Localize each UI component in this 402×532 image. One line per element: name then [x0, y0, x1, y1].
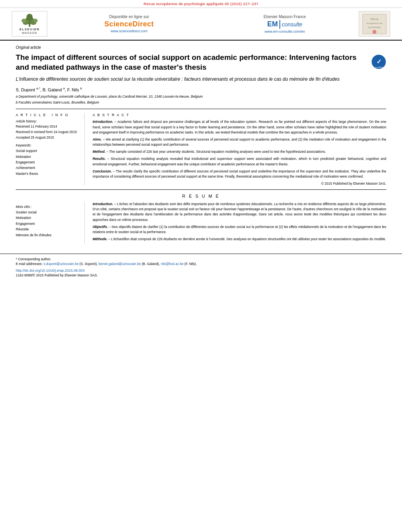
resume-method-text: – L'échantillon était composé de 226 étu…: [108, 237, 386, 241]
resume-two-col: Mots clés : Soutien social Motivation En…: [16, 202, 386, 244]
email-dupont-name: (S. Dupont): [80, 262, 97, 266]
page: Revue européenne de psychologie appliqué…: [0, 0, 402, 532]
resume-text-column: Introduction. – L'échec et l'abandon des…: [93, 202, 386, 244]
article-info-abstract-section: A R T I C L E I N F O Article history: R…: [16, 113, 386, 185]
article-title-row: The impact of different sources of socia…: [16, 53, 386, 76]
disponible-label: Disponible en ligne sur: [55, 15, 203, 19]
footer-section: * Corresponding author. E-mail addresses…: [0, 254, 402, 281]
abstract-conclusion: Conclusion. – The results clarify the sp…: [93, 169, 386, 179]
corresponding-author-note: * Corresponding author.: [16, 257, 386, 261]
article-title-en: The impact of different sources of socia…: [16, 53, 367, 72]
journal-title: Revue européenne de psychologie appliqué…: [0, 2, 402, 6]
svg-text:CrossMark: CrossMark: [374, 66, 384, 69]
abstract-method: Method. – The sample consisted of 226 la…: [93, 149, 386, 154]
abstract-copyright: © 2015 Published by Elsevier Masson SAS.: [93, 182, 386, 185]
resume-intro-label: Introduction.: [93, 202, 113, 206]
elsevier-masson-logo: ELSEVIER MASSON: [12, 11, 47, 37]
mots-cle-5: Mémoire de fin d'études: [16, 232, 80, 238]
email-label: E-mail addresses:: [16, 262, 43, 266]
sciencedirect-url[interactable]: www.sciencedirect.com: [55, 29, 203, 33]
abstract-results-text: – Structural equation modeling analysis …: [93, 157, 386, 166]
abstract-conclusion-text: – The results clarify the specific contr…: [93, 169, 386, 178]
resume-aims-text: – Nos objectifs étaient de clarifier (1)…: [93, 225, 386, 234]
em-consulte-brand: EM consulte: [211, 20, 359, 29]
abstract-aims: Aims. – We aimed at clarifying (1) the s…: [93, 137, 386, 147]
abstract-intro-text: – Academic failure and dropout are perva…: [93, 120, 386, 134]
elsevier-label: ELSEVIER: [19, 28, 40, 31]
keyword-5: Master's thesis: [16, 171, 80, 176]
resume-aims: Objectifs. – Nos objectifs étaient de cl…: [93, 224, 386, 235]
doi-link[interactable]: http://dx.doi.org/10.1016/j.erap.2015.08…: [16, 269, 85, 272]
affiliation-b: b Facultés universitaires Saint-Louis, B…: [16, 100, 386, 105]
crossmark-icon[interactable]: ✓ CrossMark: [371, 54, 386, 69]
sciencedirect-brand: ScienceDirect: [55, 20, 203, 28]
right-logo-image: Revue européenne de psychologie: [359, 11, 390, 37]
article-type: Original article: [16, 45, 386, 50]
header-logos: ELSEVIER MASSON Disponible en ligne sur …: [0, 8, 402, 41]
section-divider-1: [16, 109, 386, 109]
elsevier-masson-label: Elsevier Masson France: [211, 15, 359, 19]
resume-section: R É S U M É Mots clés : Soutien social M…: [16, 194, 386, 244]
resume-introduction: Introduction. – L'échec et l'abandon des…: [93, 202, 386, 222]
keyword-1: Social support: [16, 148, 80, 154]
keyword-2: Motivation: [16, 154, 80, 159]
elsevier-tree-icon: [20, 13, 39, 28]
resume-method: Méthode. – L'échantillon était composé d…: [93, 237, 386, 242]
main-content: Original article The impact of different…: [0, 41, 402, 250]
em-logo-text: EM: [267, 20, 278, 28]
svg-point-4: [22, 19, 26, 23]
svg-point-11: [372, 30, 376, 34]
abstract-conclusion-label: Conclusion.: [93, 169, 112, 173]
abstract-header: A B S T R A C T: [93, 113, 386, 117]
resume-intro-text: – L'échec et l'abandon des étudiants son…: [93, 202, 386, 222]
mots-cle-1: Soutien social: [16, 209, 80, 215]
abstract-results: Results. – Structural equation modeling …: [93, 156, 386, 167]
issn-line: 1162-9088/© 2015 Published by Elsevier M…: [16, 273, 386, 277]
authors-text: S. Dupont a,*, B. Galand a, F. Nils b: [16, 87, 82, 92]
mots-cle-2: Motivation: [16, 215, 80, 221]
mots-cle-3: Engagement: [16, 221, 80, 226]
email-galand-name: (B. Galand): [142, 262, 159, 266]
section-divider-2: [16, 189, 386, 190]
article-info-column: A R T I C L E I N F O Article history: R…: [16, 113, 85, 185]
svg-text:Revue: Revue: [370, 18, 378, 20]
em-url[interactable]: www.em-consulte.com/en: [211, 30, 359, 33]
email-nils-link[interactable]: nils@fusl.ac.be: [161, 262, 184, 266]
keyword-3: Engagement: [16, 159, 80, 165]
mots-cles-column: Mots clés : Soutien social Motivation En…: [16, 202, 85, 244]
keywords-label: Keywords:: [16, 143, 80, 147]
abstract-method-label: Method.: [93, 150, 106, 154]
authors-line: S. Dupont a,*, B. Galand a, F. Nils b: [16, 87, 386, 92]
mots-cles-label: Mots clés :: [16, 205, 80, 209]
affiliation-a: a Department of psychology, université c…: [16, 94, 386, 99]
em-separator: [279, 20, 280, 29]
article-history-label: Article history:: [16, 119, 80, 123]
abstract-method-text: – The sample consisted of 226 last year …: [106, 150, 326, 154]
article-info-header: A R T I C L E I N F O: [16, 113, 80, 117]
em-consulte-section: Elsevier Masson France EM consulte www.e…: [211, 15, 359, 33]
accepted-date: Accepted 25 August 2015: [16, 135, 80, 141]
email-addresses-line: E-mail addresses: s.dupont@uclouvain.be …: [16, 262, 386, 266]
sciencedirect-section: Disponible en ligne sur ScienceDirect ww…: [47, 15, 211, 33]
abstract-results-label: Results.: [93, 157, 106, 161]
abstract-aims-label: Aims.: [93, 137, 102, 141]
revised-date: Received in revised form 24 August 2015: [16, 130, 80, 135]
right-decorative-icon: Revue européenne de psychologie: [361, 12, 388, 36]
abstract-intro-label: Introduction.: [93, 120, 113, 124]
svg-point-5: [33, 19, 38, 23]
email-galand-link[interactable]: benoit.galand@uclouvain.be: [99, 262, 141, 266]
article-title-fr: L'influence de différentes sources de so…: [16, 76, 386, 83]
received-date: Received 11 February 2014: [16, 124, 80, 130]
resume-method-label: Méthode.: [93, 237, 107, 241]
resume-aims-label: Objectifs.: [93, 225, 108, 229]
email-dupont-link[interactable]: s.dupont@uclouvain.be: [43, 262, 78, 266]
mots-cle-4: Réussite: [16, 226, 80, 232]
svg-point-6: [26, 14, 33, 20]
keyword-4: Achievement: [16, 165, 80, 171]
abstract-column: A B S T R A C T Introduction. – Academic…: [93, 113, 386, 185]
elsevier-sub-label: MASSON: [22, 31, 37, 35]
svg-text:européenne de: européenne de: [367, 22, 383, 24]
journal-banner: Revue européenne de psychologie appliqué…: [0, 0, 402, 8]
svg-text:psychologie: psychologie: [368, 26, 381, 28]
em-consulte-text: consulte: [282, 21, 302, 28]
